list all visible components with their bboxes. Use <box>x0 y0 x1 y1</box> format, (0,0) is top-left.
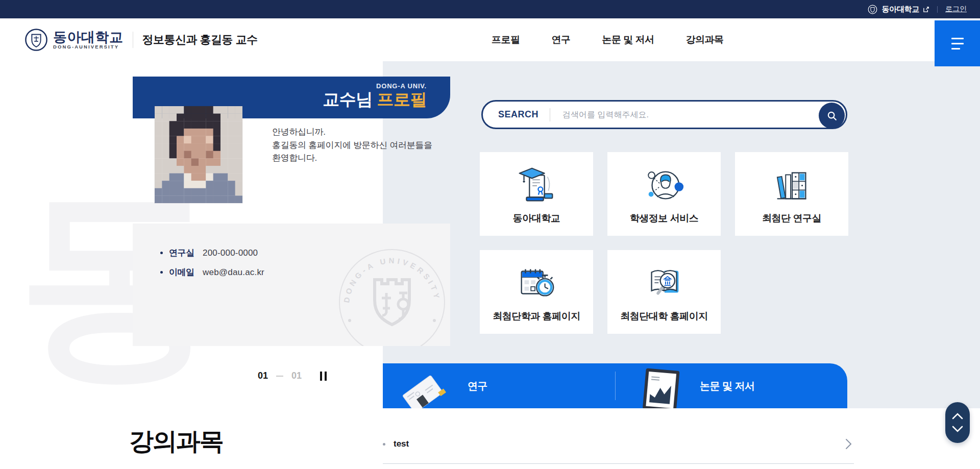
search-label: SEARCH <box>498 109 538 120</box>
logo-english-text: DONG-AUNIVERSITY <box>53 44 124 50</box>
university-seal-watermark: DONG-A UNIVERSITY <box>336 246 448 346</box>
banner-item-research[interactable]: 연구 <box>383 363 615 408</box>
nav-item-courses[interactable]: 강의과목 <box>686 33 724 46</box>
search-icon <box>826 110 838 121</box>
search-button[interactable] <box>819 103 845 129</box>
pause-icon <box>320 372 322 381</box>
university-logo[interactable]: 동아대학교 DONG-AUNIVERSITY <box>24 28 124 52</box>
topbar-divider <box>937 6 938 13</box>
university-emblem-icon <box>868 5 877 14</box>
professor-homepage: 동아대학교 로그인 동아대학교 DONG-AUNIVERSITY 정보통신과 홍… <box>0 0 980 469</box>
nav-item-research[interactable]: 연구 <box>552 33 571 46</box>
site-title: 정보통신과 홍길동 교수 <box>142 32 258 47</box>
professor-profile-card: DONG-A UNIV. 교수님 프로필 안녕하십니까. 홍길동의 홈페이지에 … <box>133 77 450 407</box>
pagination-dash <box>276 376 283 377</box>
search-bar: SEARCH <box>481 100 847 129</box>
carousel-pagination: 01 01 <box>258 371 327 381</box>
quicklink-department-home[interactable]: 최첨단학과 홈페이지 <box>480 250 593 334</box>
book-magnifier-icon <box>642 261 687 306</box>
student-network-icon <box>642 163 687 208</box>
top-utility-bar: 동아대학교 로그인 <box>0 0 980 18</box>
main-navigation: 프로필 연구 논문 및 저서 강의과목 <box>492 18 724 61</box>
calendar-stopwatch-icon <box>514 261 559 306</box>
nav-item-profile[interactable]: 프로필 <box>492 33 520 46</box>
profile-info-section: 연구실 200-000-0000 이메일 web@dau.ac.kr DONG-… <box>133 224 450 346</box>
topbar-university-link[interactable]: 동아대학교 <box>881 5 919 14</box>
bookshelf-icon <box>769 163 814 208</box>
login-link[interactable]: 로그인 <box>945 5 967 14</box>
page-total: 01 <box>291 371 302 381</box>
external-link-icon[interactable] <box>923 6 929 13</box>
quicklink-college-home[interactable]: 최첨단대학 홈페이지 <box>607 250 721 334</box>
scroll-up-button[interactable] <box>952 413 963 419</box>
chevron-down-icon <box>952 426 963 432</box>
courses-heading: 강의과목 <box>129 425 223 458</box>
page-current: 01 <box>258 371 268 381</box>
logo-emblem-icon <box>24 28 48 52</box>
chevron-right-icon <box>845 438 852 450</box>
nav-item-publications[interactable]: 논문 및 저서 <box>602 33 654 46</box>
scroll-widget <box>945 402 970 443</box>
header-divider <box>133 32 133 48</box>
bullet-icon <box>160 252 163 254</box>
main-content: 동 DONG-A UNIV. 교수님 프로필 안녕하십니까. 홍길동의 홈페이지… <box>0 61 980 408</box>
site-header: 동아대학교 DONG-AUNIVERSITY 정보통신과 홍길동 교수 프로필 … <box>0 18 980 61</box>
hamburger-icon <box>951 38 964 39</box>
research-parcel-icon <box>393 365 454 408</box>
bullet-icon <box>160 271 163 274</box>
quick-links-grid: 동아대학교 학생정보 서비스 <box>480 152 848 334</box>
professor-photo <box>155 106 242 203</box>
menu-button[interactable] <box>935 20 980 66</box>
banner-item-publications[interactable]: 논문 및 저서 <box>615 363 847 408</box>
logo-korean-text: 동아대학교 <box>53 31 124 44</box>
contact-row-email: 이메일 web@dau.ac.kr <box>160 266 264 278</box>
pause-button[interactable] <box>320 372 327 381</box>
search-divider <box>550 108 550 121</box>
contact-list: 연구실 200-000-0000 이메일 web@dau.ac.kr <box>160 247 264 286</box>
quicklink-lab[interactable]: 최첨단 연구실 <box>735 152 848 236</box>
chevron-up-icon <box>952 413 963 419</box>
course-list-item[interactable]: test <box>383 425 854 464</box>
monitor-chart-icon <box>629 366 691 408</box>
quicklink-student-info[interactable]: 학생정보 서비스 <box>607 152 721 236</box>
scroll-down-button[interactable] <box>952 426 963 432</box>
bullet-icon <box>383 443 385 446</box>
contact-row-office: 연구실 200-000-0000 <box>160 247 264 259</box>
greeting-text: 안녕하십니까. 홍길동의 홈페이지에 방문하신 여러분들을 환영합니다. <box>272 126 432 165</box>
section-banner: 연구 논문 및 저서 <box>383 363 847 408</box>
profile-eyebrow: DONG-A UNIV. <box>133 82 427 90</box>
search-input[interactable] <box>561 110 810 120</box>
quicklink-university[interactable]: 동아대학교 <box>480 152 593 236</box>
graduation-diploma-icon <box>514 163 559 208</box>
